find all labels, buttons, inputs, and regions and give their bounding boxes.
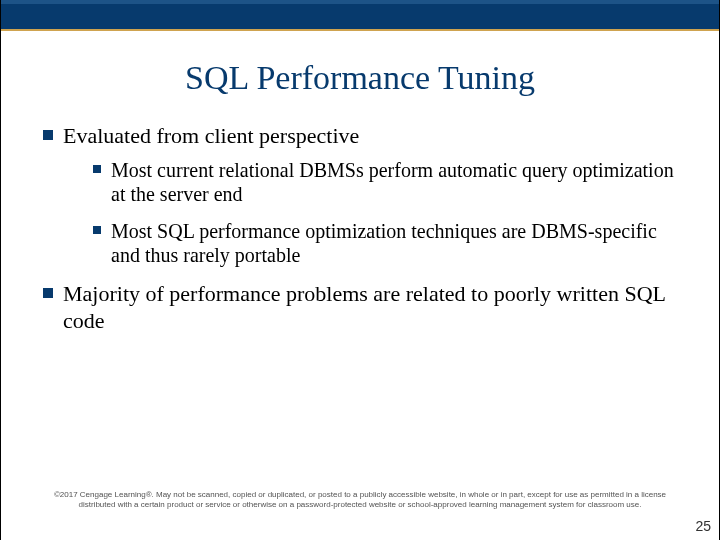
header-bar [1, 0, 719, 31]
slide: SQL Performance Tuning Evaluated from cl… [0, 0, 720, 540]
bullet-level2: Most SQL performance optimization techni… [93, 219, 677, 268]
page-number: 25 [695, 518, 711, 534]
bullet-text: Most SQL performance optimization techni… [111, 220, 657, 266]
bullet-level1: Evaluated from client perspective Most c… [43, 123, 677, 267]
bullet-level1: Majority of performance problems are rel… [43, 281, 677, 335]
bullet-level2: Most current relational DBMSs perform au… [93, 158, 677, 207]
bullet-text: Most current relational DBMSs perform au… [111, 159, 674, 205]
bullet-text: Evaluated from client perspective [63, 123, 359, 148]
bullet-text: Majority of performance problems are rel… [63, 281, 665, 333]
slide-title: SQL Performance Tuning [1, 59, 719, 97]
copyright-footer: ©2017 Cengage Learning®. May not be scan… [1, 490, 719, 510]
content-area: Evaluated from client perspective Most c… [1, 123, 719, 335]
